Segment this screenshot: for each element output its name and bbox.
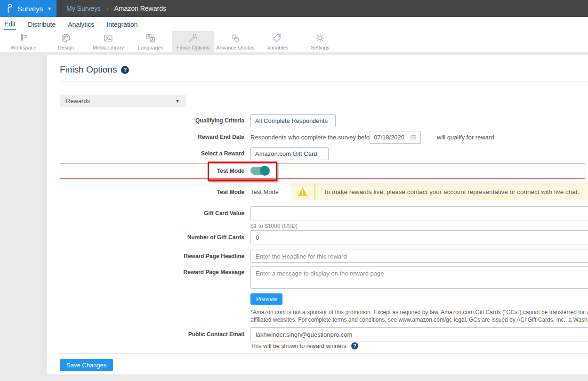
preview-button[interactable]: Preview (250, 293, 282, 305)
help-icon[interactable]: ? (351, 342, 358, 349)
toolbar-item-media-library[interactable]: Media Library (87, 31, 129, 52)
toolbar-item-settings[interactable]: Settings (299, 31, 341, 52)
workspace-icon (18, 33, 29, 43)
product-menu[interactable]: Surveys ▼ (0, 0, 56, 17)
chevron-down-icon: ▼ (175, 98, 180, 104)
tab-edit[interactable]: Edit (4, 18, 16, 30)
design-icon (61, 33, 71, 43)
reward-page-message-input[interactable] (250, 266, 588, 289)
test-mode-toggle[interactable] (250, 167, 269, 175)
finish-options-icon (188, 33, 198, 43)
warning-message: To make rewards live, please contact you… (323, 188, 579, 195)
reward-page-headline-input[interactable] (250, 250, 588, 263)
amazon-disclaimer: *Amazon.com is not a sponsor of this pro… (250, 308, 588, 324)
warning-separator (314, 183, 315, 200)
breadcrumb-current-survey: Amazon Rewards (114, 5, 166, 12)
toolbar-item-design[interactable]: Design (45, 31, 87, 52)
number-of-gift-cards-input[interactable] (250, 230, 588, 244)
reward-end-date-suffix-text: will qualify for reward (437, 131, 494, 144)
disclaimer-line-1: *Amazon.com is not a sponsor of this pro… (250, 308, 588, 316)
public-contact-email-helper: This will be shown to reward winners. (250, 343, 348, 349)
select-reward-label: Select a Reward (47, 147, 244, 160)
reward-page-headline-label: Reward Page Headline (47, 250, 244, 263)
top-bar: Surveys ▼ My Surveys › Amazon Rewards (0, 0, 588, 17)
warning-triangle-icon (298, 187, 308, 196)
toolbar-item-variables[interactable]: Variables (257, 31, 299, 52)
gift-card-value-helper: $1 to $1000 (USD) (250, 223, 298, 229)
footer-divider (60, 353, 588, 354)
app-window: Surveys ▼ My Surveys › Amazon Rewards Ed… (0, 0, 588, 381)
qualifying-criteria-label: Qualifying Criteria (47, 114, 244, 127)
edit-toolbar: Workspace Design Media Library Languages (0, 31, 588, 52)
toolbar-item-languages[interactable]: Languages (129, 31, 172, 52)
tab-integration[interactable]: Integration (106, 19, 138, 29)
test-mode-status-value: Test Mode (250, 188, 279, 196)
rewards-section-dropdown[interactable]: Rewards ▼ (60, 95, 186, 107)
toolbar-item-finish-options[interactable]: Finish Options (172, 31, 214, 52)
select-reward-select[interactable]: Amazon.com Gift Card (250, 147, 329, 160)
languages-icon (145, 33, 156, 43)
help-icon[interactable]: ? (121, 66, 129, 74)
breadcrumb-my-surveys[interactable]: My Surveys (66, 5, 101, 12)
toolbar-item-advance-quotas[interactable]: Advance Quotas (214, 31, 257, 52)
title-divider (60, 81, 588, 81)
chevron-down-icon (323, 151, 324, 157)
toggle-knob (260, 166, 270, 176)
reward-end-date-input[interactable]: 07/18/2020 (370, 131, 421, 144)
advance-quotas-icon (230, 33, 241, 43)
tab-distribute[interactable]: Distribute (27, 19, 56, 29)
variables-icon (273, 33, 283, 43)
main-nav-tabs: Edit Distribute Analytics Integration (0, 17, 588, 31)
reward-end-date-prefix-text: Respondents who complete the survey befo… (250, 131, 375, 144)
toolbar-item-workspace[interactable]: Workspace (2, 31, 45, 52)
tab-analytics[interactable]: Analytics (67, 19, 95, 29)
breadcrumb-separator: › (106, 5, 108, 12)
product-name: Surveys (17, 5, 43, 13)
page-title: Finish Options (60, 65, 117, 75)
chevron-down-icon: ▼ (47, 6, 52, 11)
settings-icon (315, 33, 325, 43)
reward-page-message-label: Reward Page Message (47, 268, 244, 276)
disclaimer-line-2: affiliated websites. For complete terms … (250, 316, 588, 324)
questionpro-logo-icon (6, 3, 13, 14)
calendar-icon (410, 134, 417, 141)
save-changes-button[interactable]: Save Changes (60, 359, 113, 371)
gift-card-value-input[interactable] (250, 206, 588, 220)
public-contact-email-input[interactable] (250, 327, 588, 341)
number-of-gift-cards-label: Number of Gift Cards (47, 230, 244, 244)
reward-end-date-label: Reward End Date (47, 131, 244, 144)
breadcrumb: My Surveys › Amazon Rewards (66, 0, 166, 17)
public-contact-email-label: Public Contact Email (47, 327, 244, 341)
finish-options-panel: Finish Options ? Rewards ▼ Qualifying Cr… (47, 55, 588, 374)
test-mode-toggle-label: Test Mode (47, 163, 244, 179)
test-mode-status-label: Test Mode (47, 188, 244, 196)
media-library-icon (103, 33, 113, 43)
gift-card-value-label: Gift Card Value (47, 206, 244, 220)
qualifying-criteria-select[interactable]: All Complete Respondents (250, 114, 336, 127)
test-mode-warning: To make rewards live, please contact you… (291, 183, 588, 200)
